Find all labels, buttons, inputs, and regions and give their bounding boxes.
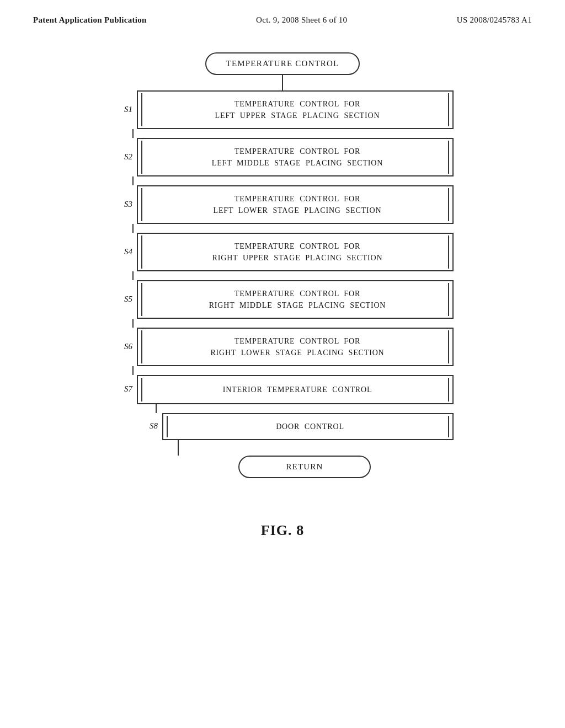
step-box-s1: TEMPERATURE CONTROL FORLEFT UPPER STAGE … <box>137 90 454 129</box>
step-row-s4: S4 TEMPERATURE CONTROL FORRIGHT UPPER ST… <box>111 233 454 271</box>
step-row-s8: S8 DOOR CONTROL <box>111 413 454 440</box>
page-header: Patent Application Publication Oct. 9, 2… <box>0 0 565 30</box>
return-box: RETURN <box>238 456 371 478</box>
conn-wrap-9 <box>111 440 454 456</box>
return-box-wrapper: RETURN <box>134 456 476 478</box>
step-row-s7: S7 INTERIOR TEMPERATURE CONTROL <box>111 375 454 404</box>
step-label-s2: S2 <box>111 152 132 163</box>
conn-wrap-8 <box>111 404 454 413</box>
conn-wrap-6 <box>111 319 454 328</box>
connector-line-2 <box>132 129 134 138</box>
step-box-s8: DOOR CONTROL <box>162 413 454 440</box>
conn-wrap-4 <box>111 224 454 233</box>
header-publication-label: Patent Application Publication <box>33 15 147 25</box>
top-temperature-control-box: TEMPERATURE CONTROL <box>205 52 360 75</box>
step-box-s2: TEMPERATURE CONTROL FORLEFT MIDDLE STAGE… <box>137 138 454 176</box>
step-label-s7: S7 <box>111 384 132 395</box>
header-date-sheet: Oct. 9, 2008 Sheet 6 of 10 <box>256 15 347 25</box>
step-row-s5: S5 TEMPERATURE CONTROL FORRIGHT MIDDLE S… <box>111 280 454 319</box>
figure-caption: FIG. 8 <box>0 522 565 539</box>
step-box-s3: TEMPERATURE CONTROL FORLEFT LOWER STAGE … <box>137 185 454 224</box>
step-row-s2: S2 TEMPERATURE CONTROL FORLEFT MIDDLE ST… <box>111 138 454 176</box>
connector-line-3 <box>132 176 134 185</box>
step-box-s4: TEMPERATURE CONTROL FORRIGHT UPPER STAGE… <box>137 233 454 271</box>
connector-line-4 <box>132 224 134 233</box>
step-box-s6: TEMPERATURE CONTROL FORRIGHT LOWER STAGE… <box>137 328 454 366</box>
step-box-s5: TEMPERATURE CONTROL FORRIGHT MIDDLE STAG… <box>137 280 454 319</box>
flowchart: TEMPERATURE CONTROL S1 TEMPERATURE CONTR… <box>111 52 454 478</box>
connector-line-8 <box>156 404 157 413</box>
step-label-s4: S4 <box>111 247 132 258</box>
connector-line-7 <box>132 366 134 375</box>
step-label-s5: S5 <box>111 295 132 305</box>
connector-line-5 <box>132 271 134 280</box>
conn-wrap-2 <box>111 129 454 138</box>
diagram-area: TEMPERATURE CONTROL S1 TEMPERATURE CONTR… <box>0 30 565 489</box>
step-label-s8: S8 <box>137 421 158 432</box>
conn-wrap-5 <box>111 271 454 280</box>
step-label-s6: S6 <box>111 342 132 352</box>
connector-line-9 <box>178 440 179 456</box>
conn-wrap-3 <box>111 176 454 185</box>
connector-line-1 <box>282 75 283 90</box>
step-label-s1: S1 <box>111 105 132 115</box>
step-box-s7: INTERIOR TEMPERATURE CONTROL <box>137 375 454 404</box>
header-patent-number: US 2008/0245783 A1 <box>457 15 532 25</box>
step-label-s3: S3 <box>111 200 132 210</box>
step-row-s1: S1 TEMPERATURE CONTROL FORLEFT UPPER STA… <box>111 90 454 129</box>
connector-line-6 <box>132 319 134 328</box>
step-row-s3: S3 TEMPERATURE CONTROL FORLEFT LOWER STA… <box>111 185 454 224</box>
step-row-s6: S6 TEMPERATURE CONTROL FORRIGHT LOWER ST… <box>111 328 454 366</box>
conn-wrap-7 <box>111 366 454 375</box>
